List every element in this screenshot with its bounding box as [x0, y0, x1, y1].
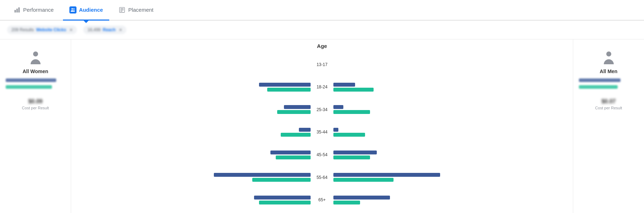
filter-row: 209 Results Website Clicks × 16,499 Reac…	[0, 21, 644, 39]
filter-remove-1[interactable]: ×	[70, 27, 73, 33]
chart-area: Age 13-17 18-24	[71, 39, 573, 213]
svg-rect-0	[15, 10, 16, 12]
chart-row: 55-64	[75, 170, 569, 185]
left-panel: All Women $0.09 Cost per Result	[0, 39, 71, 213]
tab-placement[interactable]: Placement	[112, 0, 160, 21]
bar-left-teal-65+	[259, 201, 311, 204]
bar-right-blue-55-64	[333, 173, 440, 177]
chart-rows: 13-17 18-24 25-34	[71, 53, 573, 211]
bar-right-teal-18-24	[333, 88, 374, 92]
svg-rect-2	[19, 7, 20, 12]
bar-right-blue-65+	[333, 196, 390, 200]
right-cost: $0.07 Cost per Result	[595, 98, 622, 110]
tab-placement-label: Placement	[128, 7, 153, 13]
main-content: All Women $0.09 Cost per Result Age 13-1…	[0, 39, 644, 213]
bar-left-blue-45-54	[270, 151, 311, 154]
svg-point-10	[606, 51, 611, 56]
chart-row: 13-17	[75, 58, 569, 72]
left-panel-title: All Women	[22, 69, 48, 74]
bar-left-teal-25-34	[277, 110, 311, 114]
svg-rect-7	[121, 10, 124, 10]
age-label-45-54: 45-54	[313, 152, 331, 157]
left-bars-13-17	[75, 60, 313, 69]
left-bars-65+	[75, 196, 313, 204]
bar-left-blue-65+	[254, 196, 311, 200]
svg-point-9	[33, 51, 38, 56]
age-label-35-44: 35-44	[313, 130, 331, 135]
right-panel-title: All Men	[600, 69, 618, 74]
right-bars-13-17	[331, 60, 569, 69]
svg-point-4	[73, 8, 75, 10]
right-bars-35-44	[331, 128, 569, 137]
bar-right-blue-45-54	[333, 151, 377, 154]
chart-row: 25-34	[75, 103, 569, 117]
bar-right-teal-25-34	[333, 110, 370, 114]
right-stat-teal	[579, 85, 638, 90]
bar-left-teal-18-24	[267, 88, 311, 92]
placement-icon	[118, 6, 126, 13]
chart-title: Age	[71, 43, 573, 49]
svg-rect-1	[16, 9, 18, 12]
svg-rect-8	[121, 11, 122, 11]
filter-value-1: Website Clicks	[36, 27, 66, 32]
age-label-65+: 65+	[313, 197, 331, 202]
tab-performance-label: Performance	[23, 7, 54, 13]
bar-right-teal-35-44	[333, 133, 365, 137]
left-stat-teal	[6, 85, 65, 90]
chart-row: 35-44	[75, 125, 569, 139]
filter-pill-1[interactable]: 209 Results Website Clicks ×	[7, 26, 77, 34]
right-cost-value: $0.07	[595, 98, 622, 105]
left-bars-35-44	[75, 128, 313, 137]
bar-left-teal-35-44	[281, 133, 311, 137]
right-bars-25-34	[331, 105, 569, 114]
bar-right-teal-65+	[333, 201, 360, 204]
right-bars-65+	[331, 196, 569, 204]
age-label-18-24: 18-24	[313, 84, 331, 89]
tabs-bar: Performance Audience Placement	[0, 0, 644, 21]
tab-audience-label: Audience	[79, 7, 103, 13]
age-label-13-17: 13-17	[313, 62, 331, 67]
women-icon	[28, 50, 43, 66]
bar-right-teal-45-54	[333, 155, 370, 159]
right-cost-label: Cost per Result	[595, 106, 622, 110]
bar-left-blue-35-44	[299, 128, 311, 132]
filter-value-2: Reach	[103, 27, 116, 32]
age-label-55-64: 55-64	[313, 175, 331, 180]
left-bars-25-34	[75, 105, 313, 114]
left-bars-18-24	[75, 83, 313, 92]
audience-icon	[69, 6, 76, 13]
right-bars-55-64	[331, 173, 569, 182]
age-label-25-34: 25-34	[313, 107, 331, 112]
bar-left-blue-55-64	[214, 173, 311, 177]
svg-point-3	[72, 8, 73, 10]
right-stat-blue	[579, 78, 638, 83]
tab-audience[interactable]: Audience	[63, 0, 110, 21]
chart-row: 45-54	[75, 148, 569, 162]
left-cost-label: Cost per Result	[22, 106, 49, 110]
bar-right-blue-18-24	[333, 83, 355, 87]
svg-rect-6	[121, 8, 124, 9]
left-bars-45-54	[75, 151, 313, 159]
filter-pill-2[interactable]: 16,499 Reach ×	[83, 26, 126, 34]
bar-left-blue-25-34	[284, 105, 311, 109]
left-cost-value: $0.09	[22, 98, 49, 105]
bar-left-teal-45-54	[276, 155, 311, 159]
left-bars-55-64	[75, 173, 313, 182]
chart-row: 18-24	[75, 80, 569, 94]
left-stat-blue	[6, 78, 65, 83]
chart-row: 65+	[75, 193, 569, 207]
filter-remove-2[interactable]: ×	[119, 27, 122, 33]
bar-left-blue-18-24	[259, 83, 311, 87]
bar-right-blue-25-34	[333, 105, 343, 109]
left-cost: $0.09 Cost per Result	[22, 98, 49, 110]
bar-chart-icon	[14, 6, 21, 13]
filter-label-2: 16,499	[88, 27, 101, 32]
bar-right-teal-55-64	[333, 178, 394, 182]
right-bars-45-54	[331, 151, 569, 159]
right-bars-18-24	[331, 83, 569, 92]
men-icon	[601, 50, 617, 66]
filter-label-1: 209 Results	[11, 27, 34, 32]
tab-performance[interactable]: Performance	[7, 0, 60, 21]
right-panel: All Men $0.07 Cost per Result	[573, 39, 644, 213]
bar-right-blue-35-44	[333, 128, 338, 132]
